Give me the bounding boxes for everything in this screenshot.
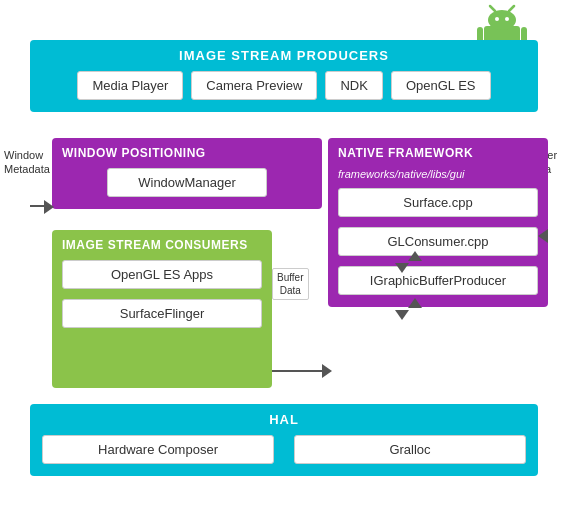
producer-camera-preview: Camera Preview bbox=[191, 71, 317, 100]
arrow-surfaceflinger-right bbox=[322, 364, 332, 378]
image-stream-producers-title: IMAGE STREAM PRODUCERS bbox=[42, 48, 526, 63]
window-manager-box: WindowManager bbox=[107, 168, 267, 197]
arrow-glconsumer-to-surface bbox=[408, 251, 422, 261]
native-framework-boxes: Surface.cpp GLConsumer.cpp IGraphicBuffe… bbox=[338, 188, 538, 295]
svg-point-3 bbox=[505, 17, 509, 21]
image-stream-producers-section: IMAGE STREAM PRODUCERS Media Player Came… bbox=[30, 40, 538, 112]
arrow-surface-to-glconsumer bbox=[395, 263, 409, 273]
hal-hardware-composer: Hardware Composer bbox=[42, 435, 274, 464]
native-framework-path: frameworks/native/libs/gui bbox=[338, 168, 538, 180]
svg-line-4 bbox=[490, 6, 495, 11]
hal-title: HAL bbox=[42, 412, 526, 427]
native-surface-cpp: Surface.cpp bbox=[338, 188, 538, 217]
producers-row: Media Player Camera Preview NDK OpenGL E… bbox=[42, 71, 526, 100]
consumer-opengl-es-apps: OpenGL ES Apps bbox=[62, 260, 262, 289]
window-positioning-section: WINDOW POSITIONING WindowManager bbox=[52, 138, 322, 209]
svg-point-1 bbox=[488, 10, 516, 30]
native-igraphicbufferproducer: IGraphicBufferProducer bbox=[338, 266, 538, 295]
image-stream-consumers-section: IMAGE STREAM CONSUMERS OpenGL ES Apps Su… bbox=[52, 230, 272, 388]
hal-gralloc: Gralloc bbox=[294, 435, 526, 464]
svg-line-5 bbox=[509, 6, 514, 11]
image-stream-consumers-title: IMAGE STREAM CONSUMERS bbox=[62, 238, 262, 252]
arrow-glconsumer-to-igraphic bbox=[395, 310, 409, 320]
hal-row: Hardware Composer Gralloc bbox=[42, 435, 526, 464]
producer-opengl-es: OpenGL ES bbox=[391, 71, 491, 100]
buffer-data-middle-label: BufferData bbox=[272, 268, 309, 300]
arrow-igraphic-to-glconsumer bbox=[408, 298, 422, 308]
window-positioning-title: WINDOW POSITIONING bbox=[62, 146, 312, 160]
svg-point-2 bbox=[495, 17, 499, 21]
native-framework-title: NATIVE FRAMEWORK bbox=[338, 146, 538, 160]
line-surfaceflinger-right bbox=[272, 370, 328, 372]
producer-ndk: NDK bbox=[325, 71, 382, 100]
window-metadata-label: WindowMetadata bbox=[4, 148, 44, 177]
native-glconsumer-cpp: GLConsumer.cpp bbox=[338, 227, 538, 256]
consumer-surfaceflinger: SurfaceFlinger bbox=[62, 299, 262, 328]
native-framework-section: NATIVE FRAMEWORK frameworks/native/libs/… bbox=[328, 138, 548, 307]
hal-section: HAL Hardware Composer Gralloc bbox=[30, 404, 538, 476]
line-window-metadata bbox=[30, 205, 46, 207]
producer-media-player: Media Player bbox=[77, 71, 183, 100]
arrow-window-metadata bbox=[44, 200, 54, 214]
arrow-surface-right bbox=[538, 229, 548, 243]
